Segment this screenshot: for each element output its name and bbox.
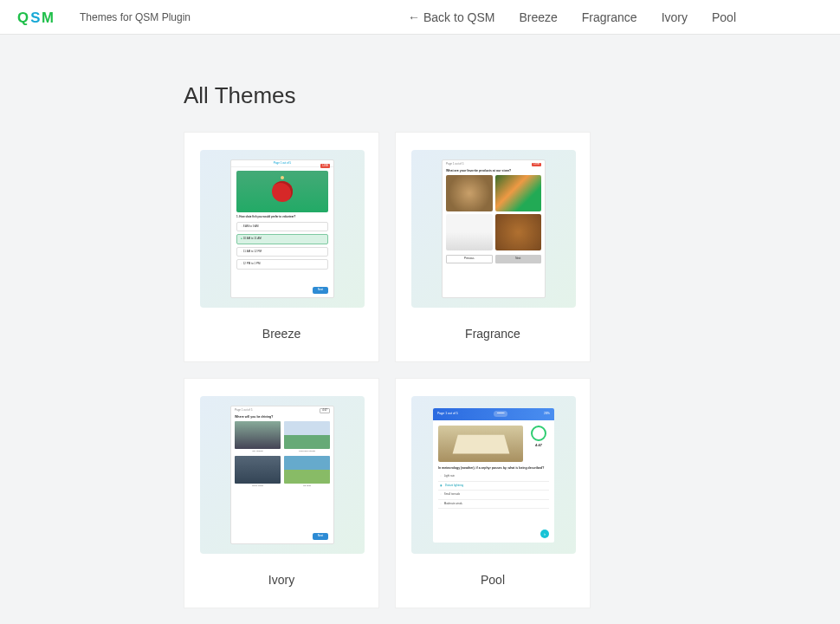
preview-timer: 4:47 xyxy=(528,444,549,448)
preview-image-option xyxy=(495,175,542,211)
nav-breeze[interactable]: Breeze xyxy=(519,10,557,24)
preview-badge: LIVE xyxy=(320,164,330,168)
preview-question: Where will you be driving? xyxy=(235,415,330,419)
theme-thumbnail: Page 1 out of 5 ━━━━ 20% 4:47 In meteo xyxy=(411,396,576,554)
preview-page-indicator: Page 1 out of 5 xyxy=(446,163,463,166)
theme-preview: Page 1 out of 5 LIVE What are your favor… xyxy=(442,159,546,298)
preview-option: Light rain xyxy=(438,472,549,482)
theme-preview: Page 1 out of 5 4:47 Where will you be d… xyxy=(230,406,334,544)
page-title: All Themes xyxy=(184,82,840,109)
preview-next-button: Next xyxy=(313,287,328,294)
theme-preview: Page 1 out of 5 ━━━━ 20% 4:47 In meteo xyxy=(433,408,554,543)
preview-option-selected: 10 AM to 11 AM xyxy=(236,234,328,244)
preview-progress-percent: 20% xyxy=(544,412,550,415)
nav: ← Back to QSM Breeze Fragrance Ivory Poo… xyxy=(408,10,736,24)
logo[interactable]: Q S M xyxy=(17,9,69,26)
theme-card-pool[interactable]: Page 1 out of 5 ━━━━ 20% 4:47 In meteo xyxy=(395,378,591,608)
preview-question: What are your favorite products at our s… xyxy=(446,169,541,172)
preview-image-option xyxy=(446,214,493,250)
preview-option: 12 PM to 1 PM xyxy=(236,259,328,270)
svg-text:M: M xyxy=(42,9,54,25)
theme-thumbnail: Page 1 out of 5 LIVE What are your favor… xyxy=(411,150,576,308)
preview-option: 8 AM to 9 AM xyxy=(236,222,328,232)
theme-card-ivory[interactable]: Page 1 out of 5 4:47 Where will you be d… xyxy=(184,378,379,608)
preview-page-indicator: Page 1 out of 5 xyxy=(437,412,458,415)
preview-option: Moderate winds xyxy=(438,500,549,510)
header: Q S M Themes for QSM Plugin ← Back to QS… xyxy=(0,0,840,35)
preview-image-option: Suburban streets xyxy=(284,421,330,452)
preview-image-option: Off road xyxy=(284,456,330,487)
nav-back-to-qsm[interactable]: ← Back to QSM xyxy=(408,10,494,24)
preview-progress-ring xyxy=(531,426,546,441)
preview-badge: LIVE xyxy=(532,163,541,167)
preview-next-fab xyxy=(540,530,549,538)
preview-question: In meteorology (weather), if a zephyr pa… xyxy=(438,466,549,471)
theme-name: Fragrance xyxy=(411,327,574,341)
nav-pool[interactable]: Pool xyxy=(712,10,736,24)
preview-page-indicator: Page 1 out of 5 xyxy=(235,409,252,413)
nav-ivory[interactable]: Ivory xyxy=(662,10,688,24)
theme-card-fragrance[interactable]: Page 1 out of 5 LIVE What are your favor… xyxy=(395,132,591,362)
preview-next-button: Next xyxy=(313,533,328,540)
theme-name: Pool xyxy=(411,573,574,587)
preview-image-option: City streets xyxy=(235,421,281,452)
preview-page-indicator: Page 1 out of 5 xyxy=(274,162,291,166)
preview-hero-image xyxy=(236,171,328,212)
svg-text:S: S xyxy=(30,9,40,25)
preview-progress-pill: ━━━━ xyxy=(494,411,507,416)
theme-preview: Page 1 out of 5 LIVE 1. How slate fish y… xyxy=(230,159,334,298)
theme-thumbnail: Page 1 out of 5 LIVE 1. How slate fish y… xyxy=(200,150,365,308)
preview-hero-image xyxy=(438,426,523,462)
theme-name: Breeze xyxy=(200,327,363,341)
main: All Themes Page 1 out of 5 LIVE 1. How s… xyxy=(0,35,840,624)
theme-thumbnail: Page 1 out of 5 4:47 Where will you be d… xyxy=(200,396,365,554)
preview-prev-button: Previous xyxy=(446,255,493,263)
svg-text:Q: Q xyxy=(17,9,29,25)
preview-option: Small tornado xyxy=(438,491,549,500)
theme-name: Ivory xyxy=(200,573,363,587)
qsm-logo-icon: Q S M xyxy=(17,9,69,26)
preview-next-button: Next xyxy=(495,255,542,263)
theme-grid: Page 1 out of 5 LIVE 1. How slate fish y… xyxy=(184,132,840,608)
preview-timer: 4:47 xyxy=(320,408,330,414)
preview-image-option xyxy=(495,214,542,250)
preview-option-selected: Distant lightning xyxy=(438,482,549,491)
preview-image-option xyxy=(446,175,493,211)
preview-question: 1. How slate fish you would prefer to vo… xyxy=(236,216,328,219)
tagline: Themes for QSM Plugin xyxy=(80,11,191,23)
preview-image-option: Rural roads xyxy=(235,456,281,487)
nav-fragrance[interactable]: Fragrance xyxy=(582,10,637,24)
preview-option: 11 AM to 12 PM xyxy=(236,247,328,257)
theme-card-breeze[interactable]: Page 1 out of 5 LIVE 1. How slate fish y… xyxy=(184,132,379,362)
